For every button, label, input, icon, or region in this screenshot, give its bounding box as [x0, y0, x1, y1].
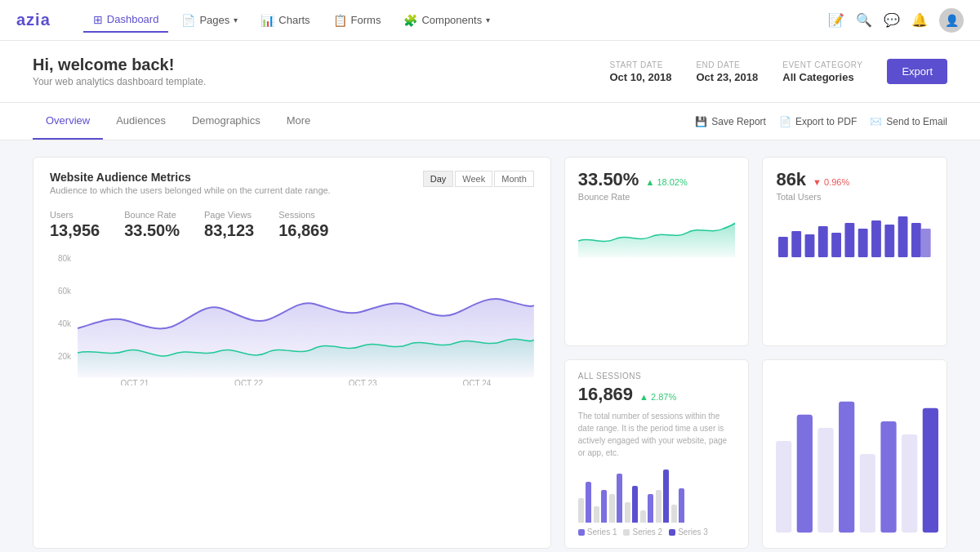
event-label: EVENT CATEGORY: [782, 60, 862, 69]
chevron-down-icon: ▾: [234, 16, 238, 24]
nav-dashboard[interactable]: ⊞ Dashboard: [83, 8, 169, 33]
end-date-value[interactable]: Oct 23, 2018: [696, 71, 758, 83]
sessions-bar-chart: [578, 465, 736, 523]
date-filters: START DATE Oct 10, 2018 END DATE Oct 23,…: [610, 59, 948, 84]
sessions-chart-card: [762, 359, 947, 549]
bell-icon[interactable]: 🔔: [911, 12, 928, 28]
svg-rect-17: [881, 421, 897, 532]
forms-icon: 📋: [333, 14, 347, 27]
tab-more[interactable]: More: [274, 103, 324, 140]
stat-sessions: Sessions 16,869: [278, 210, 328, 240]
metrics-subtitle: Audience to which the users belonged whi…: [50, 185, 331, 195]
total-users-card: 86k ▼ 0.96% Total Users: [762, 157, 947, 346]
svg-rect-3: [818, 226, 828, 257]
charts-icon: 📊: [261, 14, 274, 27]
components-icon: 🧩: [403, 14, 417, 27]
users-value: 13,956: [50, 221, 100, 239]
svg-rect-16: [860, 454, 875, 532]
bounce-label: Bounce Rate: [124, 210, 180, 220]
save-icon: 💾: [695, 116, 707, 127]
dashboard-icon: ⊞: [93, 13, 103, 26]
navbar: azia ⊞ Dashboard 📄 Pages ▾ 📊 Charts 📋 Fo…: [0, 0, 980, 41]
start-date-value[interactable]: Oct 10, 2018: [610, 71, 672, 83]
welcome-heading: Hi, welcome back!: [33, 56, 206, 74]
bounce-rate-label: Bounce Rate: [578, 192, 736, 202]
bounce-rate-value: 33.50%: [578, 169, 639, 190]
save-report-action[interactable]: 💾 Save Report: [695, 109, 766, 134]
right-mini-cards: 33.50% ▲ 18.02% Bounce Rate: [564, 157, 947, 549]
tab-actions: 💾 Save Report 📄 Export to PDF ✉️ Send to…: [695, 109, 947, 134]
svg-rect-6: [858, 229, 868, 257]
nav-charts[interactable]: 📊 Charts: [251, 8, 319, 33]
send-email-action[interactable]: ✉️ Send to Email: [870, 109, 947, 134]
nav-components[interactable]: 🧩 Components ▾: [394, 8, 500, 33]
all-sessions-label: ALL SESSIONS: [578, 372, 736, 381]
svg-rect-9: [898, 216, 908, 257]
pageviews-label: Page Views: [204, 210, 254, 220]
svg-rect-1: [792, 231, 802, 257]
total-users-value: 86k: [776, 169, 806, 190]
week-btn[interactable]: Week: [455, 171, 492, 187]
metric-stats: Users 13,956 Bounce Rate 33.50% Page Vie…: [50, 203, 534, 247]
start-date-group: START DATE Oct 10, 2018: [610, 60, 672, 83]
sessions-label: Sessions: [278, 210, 328, 220]
svg-rect-2: [805, 234, 815, 257]
month-btn[interactable]: Month: [494, 171, 534, 187]
total-users-change: ▼ 0.96%: [813, 177, 849, 187]
sessions-value: 16,869: [278, 221, 328, 239]
end-date-group: END DATE Oct 23, 2018: [696, 60, 758, 83]
svg-rect-12: [776, 441, 791, 532]
bounce-rate-card: 33.50% ▲ 18.02% Bounce Rate: [564, 157, 750, 346]
chevron-down-icon: ▾: [486, 16, 490, 24]
svg-rect-13: [797, 415, 813, 532]
svg-rect-10: [911, 223, 921, 257]
welcome-subtitle: Your web analytics dashboard template.: [33, 76, 206, 87]
tab-overview[interactable]: Overview: [33, 103, 103, 140]
sessions-legend: Series 1 Series 2 Series 3: [578, 528, 736, 536]
svg-rect-4: [832, 233, 842, 257]
bounce-rate-change: ▲ 18.02%: [645, 177, 687, 187]
chat-icon[interactable]: 💬: [884, 12, 900, 28]
page-header: Hi, welcome back! Your web analytics das…: [0, 41, 980, 103]
audience-metrics-card: Website Audience Metrics Audience to whi…: [33, 157, 551, 549]
svg-rect-8: [885, 225, 895, 257]
stat-bounce: Bounce Rate 33.50%: [124, 210, 180, 240]
all-sessions-card: ALL SESSIONS 16,869 ▲ 2.87% The total nu…: [564, 359, 750, 549]
pageviews-value: 83,123: [204, 221, 254, 239]
tab-demographics[interactable]: Demographics: [179, 103, 274, 140]
avatar[interactable]: 👤: [939, 8, 964, 33]
all-sessions-change: ▲ 2.87%: [639, 392, 676, 402]
svg-rect-5: [845, 223, 855, 257]
metrics-title: Website Audience Metrics: [50, 171, 331, 184]
document-icon[interactable]: 📝: [828, 12, 844, 28]
tabs: Overview Audiences Demographics More: [33, 103, 323, 140]
stat-users: Users 13,956: [50, 210, 100, 240]
day-btn[interactable]: Day: [423, 171, 454, 187]
search-icon[interactable]: 🔍: [856, 12, 872, 28]
svg-rect-15: [839, 402, 854, 532]
export-button[interactable]: Export: [887, 59, 947, 84]
tab-audiences[interactable]: Audiences: [103, 103, 179, 140]
pages-icon: 📄: [181, 14, 195, 27]
save-report-label: Save Report: [711, 116, 766, 127]
end-date-label: END DATE: [696, 60, 758, 69]
send-email-label: Send to Email: [886, 116, 947, 127]
time-buttons: Day Week Month: [423, 171, 534, 187]
logo: azia: [16, 11, 51, 29]
svg-rect-19: [923, 408, 938, 532]
svg-rect-14: [818, 428, 834, 532]
event-value[interactable]: All Categories: [782, 71, 853, 83]
svg-rect-0: [778, 237, 788, 257]
total-users-chart: [776, 208, 933, 257]
tabs-bar: Overview Audiences Demographics More 💾 S…: [0, 103, 980, 140]
all-sessions-value: 16,869: [578, 384, 633, 405]
nav-forms[interactable]: 📋 Forms: [323, 8, 391, 33]
nav-pages[interactable]: 📄 Pages ▾: [172, 8, 247, 33]
svg-rect-7: [871, 220, 881, 257]
nav-links: ⊞ Dashboard 📄 Pages ▾ 📊 Charts 📋 Forms 🧩…: [83, 8, 828, 33]
welcome-section: Hi, welcome back! Your web analytics das…: [33, 56, 206, 87]
area-chart: 80k60k40k20k: [50, 255, 534, 385]
bounce-rate-sparkline: [578, 208, 736, 257]
export-pdf-label: Export to PDF: [795, 116, 857, 127]
export-pdf-action[interactable]: 📄 Export to PDF: [779, 109, 857, 134]
